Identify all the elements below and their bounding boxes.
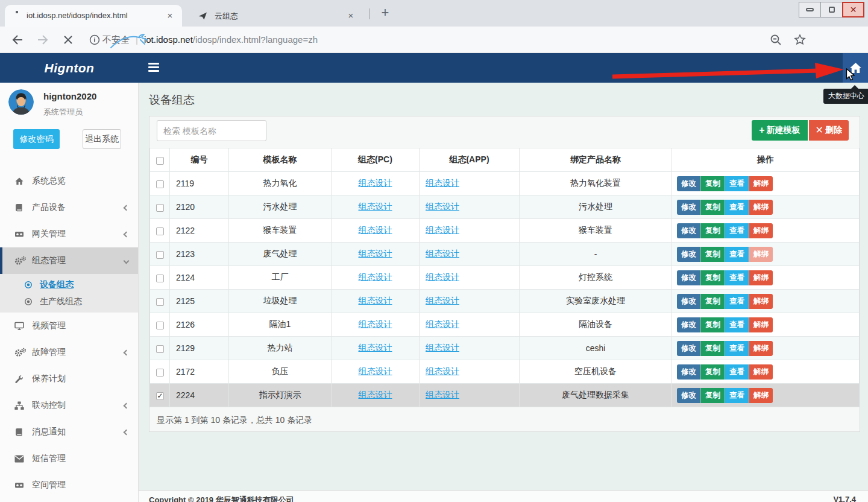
- app-config-link[interactable]: 组态设计: [426, 343, 459, 352]
- copy-button[interactable]: 复制: [700, 341, 725, 356]
- sidebar-item-line-config[interactable]: 生产线组态: [0, 293, 138, 310]
- row-checkbox[interactable]: [156, 227, 164, 235]
- sidebar-toggle-hamburger-icon[interactable]: [148, 63, 159, 72]
- row-checkbox[interactable]: [156, 369, 164, 376]
- sidebar-item-linkage[interactable]: 联动控制: [0, 392, 138, 419]
- unbind-button[interactable]: 解绑: [749, 176, 773, 191]
- unbind-button[interactable]: 解绑: [749, 270, 773, 285]
- edit-button[interactable]: 修改: [677, 270, 700, 285]
- change-password-button[interactable]: 修改密码: [13, 129, 60, 149]
- view-button[interactable]: 查看: [725, 388, 749, 403]
- view-button[interactable]: 查看: [725, 176, 749, 191]
- copy-button[interactable]: 复制: [700, 364, 725, 380]
- app-config-link[interactable]: 组态设计: [426, 272, 459, 282]
- select-all-checkbox[interactable]: [156, 157, 164, 165]
- zoom-out-icon[interactable]: [769, 33, 782, 46]
- new-tab-button[interactable]: +: [376, 5, 394, 22]
- unbind-button[interactable]: 解绑: [749, 317, 773, 332]
- edit-button[interactable]: 修改: [677, 341, 700, 356]
- stop-loading-icon[interactable]: [61, 33, 75, 46]
- browser-tab-inactive[interactable]: 云组态 ×: [186, 5, 363, 27]
- pc-config-link[interactable]: 组态设计: [359, 296, 392, 305]
- search-input[interactable]: [157, 120, 266, 141]
- app-config-link[interactable]: 组态设计: [426, 202, 459, 211]
- view-button[interactable]: 查看: [725, 200, 749, 215]
- view-button[interactable]: 查看: [725, 270, 749, 285]
- app-config-link[interactable]: 组态设计: [426, 319, 459, 329]
- unbind-button[interactable]: 解绑: [749, 341, 773, 356]
- sidebar-item-device-config[interactable]: 设备组态: [0, 276, 138, 293]
- row-checkbox[interactable]: [156, 180, 164, 188]
- sidebar-item-maintenance[interactable]: 保养计划: [0, 366, 138, 392]
- copy-button[interactable]: 复制: [700, 388, 725, 403]
- app-config-link[interactable]: 组态设计: [426, 225, 459, 235]
- unbind-button[interactable]: 解绑: [749, 364, 773, 380]
- sidebar-item-gateway[interactable]: 网关管理: [0, 221, 138, 247]
- edit-button[interactable]: 修改: [677, 317, 700, 332]
- sidebar-item-config-management[interactable]: 组态管理: [0, 247, 138, 274]
- unbind-button[interactable]: 解绑: [749, 223, 773, 238]
- pc-config-link[interactable]: 组态设计: [359, 249, 392, 258]
- copy-button[interactable]: 复制: [700, 294, 725, 309]
- unbind-button[interactable]: 解绑: [749, 294, 773, 309]
- row-checkbox[interactable]: [156, 298, 164, 306]
- logout-button[interactable]: 退出系统: [83, 129, 121, 149]
- copy-button[interactable]: 复制: [700, 317, 725, 332]
- copy-button[interactable]: 复制: [700, 200, 725, 215]
- view-button[interactable]: 查看: [725, 341, 749, 356]
- sidebar-item-system-overview[interactable]: 系统总览: [0, 168, 138, 194]
- view-button[interactable]: 查看: [725, 294, 749, 309]
- info-icon[interactable]: [89, 34, 100, 45]
- delete-button[interactable]: ✕删除: [809, 120, 849, 141]
- browser-tab-active[interactable]: iot.idosp.net/idosp/index.html ×: [5, 5, 182, 27]
- back-icon[interactable]: [11, 33, 24, 46]
- view-button[interactable]: 查看: [725, 364, 749, 380]
- pc-config-link[interactable]: 组态设计: [359, 272, 392, 282]
- row-checkbox[interactable]: [156, 392, 164, 400]
- edit-button[interactable]: 修改: [677, 200, 700, 215]
- pc-config-link[interactable]: 组态设计: [359, 225, 392, 235]
- edit-button[interactable]: 修改: [677, 388, 700, 403]
- view-button[interactable]: 查看: [725, 247, 749, 262]
- pc-config-link[interactable]: 组态设计: [359, 178, 392, 188]
- tab-close-icon[interactable]: ×: [164, 10, 176, 22]
- sidebar-item-sms[interactable]: 短信管理: [0, 445, 138, 472]
- view-button[interactable]: 查看: [725, 317, 749, 332]
- edit-button[interactable]: 修改: [677, 176, 700, 191]
- app-config-link[interactable]: 组态设计: [426, 178, 459, 188]
- bookmark-star-icon[interactable]: [793, 33, 807, 46]
- sidebar-item-products[interactable]: 产品设备: [0, 194, 138, 221]
- app-config-link[interactable]: 组态设计: [426, 249, 459, 258]
- row-checkbox[interactable]: [156, 345, 164, 353]
- close-button[interactable]: ✕: [842, 2, 864, 17]
- minimize-button[interactable]: [799, 2, 821, 17]
- edit-button[interactable]: 修改: [677, 364, 700, 380]
- tab-close-icon[interactable]: ×: [345, 10, 357, 22]
- row-checkbox[interactable]: [156, 251, 164, 259]
- view-button[interactable]: 查看: [725, 223, 749, 238]
- sidebar-item-notifications[interactable]: 消息通知: [0, 419, 138, 445]
- unbind-button[interactable]: 解绑: [749, 247, 773, 262]
- forward-icon[interactable]: [36, 33, 49, 46]
- row-checkbox[interactable]: [156, 204, 164, 212]
- pc-config-link[interactable]: 组态设计: [359, 202, 392, 211]
- copy-button[interactable]: 复制: [700, 223, 725, 238]
- maximize-button[interactable]: [820, 2, 843, 17]
- pc-config-link[interactable]: 组态设计: [359, 343, 392, 352]
- row-checkbox[interactable]: [156, 322, 164, 329]
- sidebar-item-fault[interactable]: 故障管理: [0, 339, 138, 366]
- copy-button[interactable]: 复制: [700, 270, 725, 285]
- sidebar-item-space[interactable]: 空间管理: [0, 472, 138, 498]
- app-config-link[interactable]: 组态设计: [426, 296, 459, 305]
- edit-button[interactable]: 修改: [677, 223, 700, 238]
- unbind-button[interactable]: 解绑: [749, 200, 773, 215]
- row-checkbox[interactable]: [156, 275, 164, 282]
- sidebar-item-video[interactable]: 视频管理: [0, 313, 138, 339]
- app-config-link[interactable]: 组态设计: [426, 366, 459, 376]
- copy-button[interactable]: 复制: [700, 176, 725, 191]
- edit-button[interactable]: 修改: [677, 294, 700, 309]
- unbind-button[interactable]: 解绑: [749, 388, 773, 403]
- edit-button[interactable]: 修改: [677, 247, 700, 262]
- pc-config-link[interactable]: 组态设计: [359, 366, 392, 376]
- pc-config-link[interactable]: 组态设计: [359, 390, 392, 399]
